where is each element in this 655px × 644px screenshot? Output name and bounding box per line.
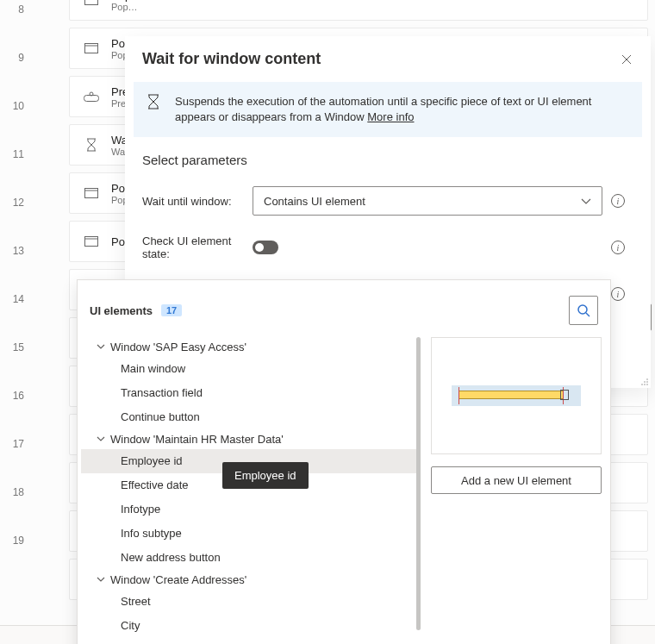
info-icon[interactable]: i (611, 241, 625, 254)
tooltip: Employee id (222, 462, 309, 489)
tree-group[interactable]: Window 'SAP Easy Access' (81, 337, 421, 357)
hourglass-icon (147, 94, 163, 112)
ui-elements-popover: UI elements 17 Window 'SAP Easy Access' … (77, 279, 611, 644)
more-info-link[interactable]: More info (367, 110, 414, 123)
wait-until-label: Wait until window: (142, 195, 253, 208)
params-heading: Select parameters (142, 153, 633, 167)
tree-item[interactable]: Continue button (81, 405, 421, 429)
window-icon (84, 185, 99, 201)
line-number: 19 (0, 531, 24, 579)
svg-rect-2 (85, 44, 98, 53)
info-icon[interactable]: i (611, 194, 625, 208)
ui-element-tree: Window 'SAP Easy Access' Main window Tra… (81, 337, 421, 644)
line-number: 11 (0, 145, 24, 193)
line-number: 16 (0, 386, 24, 435)
press-icon (84, 89, 99, 104)
dialog-title: Wait for window content (142, 50, 321, 68)
svg-rect-4 (84, 96, 99, 102)
svg-point-12 (646, 381, 648, 383)
svg-rect-6 (85, 189, 98, 198)
line-number: 17 (0, 435, 24, 483)
line-number: 8 (0, 0, 24, 48)
window-icon (84, 41, 99, 56)
info-icon[interactable]: i (611, 287, 625, 301)
chevron-down-icon (581, 195, 591, 208)
search-button[interactable] (569, 296, 598, 325)
window-icon (84, 234, 99, 249)
tree-item[interactable]: Infotype (81, 497, 421, 522)
line-number: 14 (0, 290, 24, 338)
window-icon (84, 0, 99, 8)
svg-point-11 (644, 381, 646, 383)
tree-item[interactable]: New address button (81, 546, 421, 570)
tree-item[interactable]: Info subtype (81, 522, 421, 546)
svg-rect-0 (85, 0, 98, 5)
info-banner: Suspends the execution of the automation… (134, 82, 642, 137)
element-preview (431, 337, 602, 454)
close-icon[interactable] (620, 53, 633, 66)
check-state-label: Check UI element state: (142, 234, 253, 260)
svg-point-14 (644, 384, 646, 385)
tree-group-label: Window 'Create Addresses' (110, 573, 246, 586)
tree-item[interactable]: State (81, 638, 421, 644)
flow-step[interactable]: Populate text field in windowPop… (69, 0, 648, 21)
count-badge: 17 (161, 304, 182, 316)
tree-item[interactable]: City (81, 614, 421, 638)
svg-point-10 (646, 378, 648, 380)
svg-point-15 (646, 384, 648, 385)
line-number: 10 (0, 97, 24, 145)
svg-line-17 (586, 313, 590, 316)
tree-group[interactable]: Window 'Maintain HR Master Data' (81, 429, 421, 449)
wait-until-select[interactable]: Contains UI element (253, 186, 602, 216)
tree-item[interactable]: Main window (81, 357, 421, 381)
tree-item[interactable]: Transaction field (81, 381, 421, 405)
line-number: 15 (0, 338, 24, 386)
resize-grip-icon[interactable] (639, 376, 649, 386)
preview-thumbnail (452, 385, 581, 406)
popover-title: UI elements (90, 304, 153, 317)
tree-group[interactable]: Window 'Create Addresses' (81, 570, 421, 590)
svg-rect-8 (85, 237, 98, 247)
svg-point-16 (578, 305, 587, 314)
line-number: 13 (0, 241, 24, 290)
line-number-gutter: 8 9 10 11 12 13 14 15 16 17 18 19 (0, 0, 33, 579)
line-number: 12 (0, 193, 24, 241)
chevron-down-icon (97, 341, 105, 353)
hourglass-icon (84, 137, 99, 153)
scrollbar[interactable] (416, 337, 421, 630)
step-subtitle: Pop… (111, 2, 253, 12)
line-number: 18 (0, 483, 24, 531)
add-ui-element-button[interactable]: Add a new UI element (431, 466, 602, 494)
tree-group-label: Window 'Maintain HR Master Data' (110, 433, 284, 446)
chevron-down-icon (97, 573, 105, 586)
tree-group-label: Window 'SAP Easy Access' (110, 341, 246, 353)
check-state-toggle[interactable] (253, 241, 278, 254)
wait-until-value: Contains UI element (264, 195, 365, 208)
svg-point-13 (641, 384, 643, 385)
search-icon (577, 303, 590, 317)
chevron-down-icon (97, 433, 105, 446)
tree-item[interactable]: Street (81, 590, 421, 614)
line-number: 9 (0, 48, 24, 97)
